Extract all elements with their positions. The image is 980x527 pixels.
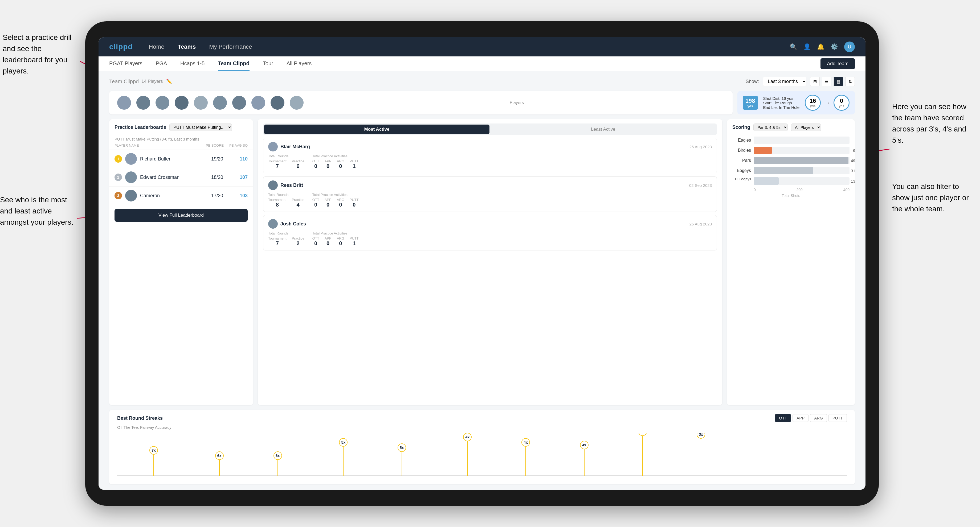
filter-view-btn[interactable]: ⇅ (845, 77, 855, 86)
tablet-screen: clippd Home Teams My Performance 🔍 👤 🔔 ⚙… (99, 37, 865, 490)
pac-player-3: Josh Coles (268, 219, 306, 229)
lb-score-2: 18/20 (202, 175, 223, 180)
players-filter-select[interactable]: All Players (791, 124, 821, 131)
chart-row-birdies: Birdies 96 (732, 147, 850, 154)
streak-dot: 5x (398, 443, 406, 452)
subnav-pga[interactable]: PGA (156, 56, 167, 71)
player-avatar-3[interactable] (156, 96, 169, 110)
pac-header-1: Blair McHarg 26 Aug 2023 (268, 142, 712, 151)
player-avatar-8[interactable] (251, 96, 265, 110)
avatar[interactable]: U (844, 41, 855, 52)
nav-home[interactable]: Home (149, 43, 164, 50)
lb-row-2: 2 Edward Crossman 18/20 107 (109, 168, 253, 186)
shot-yds1-label: yds (810, 104, 816, 108)
chart-label-pars: Pars (732, 158, 751, 163)
filter-putt[interactable]: PUTT (829, 414, 847, 422)
chart-val-birdies: 96 (853, 148, 855, 153)
leaderboard-header: Practice Leaderboards PUTT Must Make Put… (109, 119, 253, 134)
nav-teams[interactable]: Teams (178, 43, 196, 50)
chart-bar-birdies (754, 147, 772, 154)
view-icons: ⊞ ☰ ▦ ⇅ (810, 77, 855, 86)
chart-bar-dbogeys (754, 177, 779, 185)
subnav-tour[interactable]: Tour (263, 56, 273, 71)
shot-yds2-label: yds (839, 104, 845, 108)
pac-name-2: Rees Britt (280, 183, 303, 188)
streak-subtitle: Off The Tee, Fairway Accuracy (117, 425, 847, 430)
streak-stem (402, 452, 402, 476)
subnav-all-players[interactable]: All Players (286, 56, 312, 71)
lb-avatar-3 (125, 190, 137, 202)
search-icon[interactable]: 🔍 (790, 43, 797, 50)
leaderboard-panel: Practice Leaderboards PUTT Must Make Put… (109, 119, 253, 405)
pac-activities-group-1: Total Practice Activities OTT 0 APP (312, 154, 359, 169)
chart-val-bogeys: 311 (851, 168, 855, 173)
view-full-leaderboard-button[interactable]: View Full Leaderboard (115, 209, 248, 222)
streak-dot: 4x (463, 433, 472, 441)
chart-val-dbogeys: 131 (851, 179, 855, 183)
chart-bar-wrap-eagles: 3 (754, 137, 850, 144)
edit-team-icon[interactable]: ✏️ (166, 78, 172, 84)
end-lie-label: End Lie: In The Hole (763, 105, 799, 110)
tab-least-active[interactable]: Least Active (490, 125, 716, 134)
player-avatar-4[interactable] (175, 96, 189, 110)
player-avatar-2[interactable] (136, 96, 150, 110)
player-avatar-1[interactable] (117, 96, 131, 110)
pac-stats-2: Total Rounds Tournament 8 Practice (268, 193, 712, 208)
par-filter-select[interactable]: Par 3, 4 & 5s (753, 124, 788, 131)
subnav-hcaps[interactable]: Hcaps 1-5 (180, 56, 205, 71)
activity-card-1: Blair McHarg 26 Aug 2023 Total Rounds To (263, 138, 717, 173)
navbar-links: Home Teams My Performance (149, 43, 790, 50)
pac-name-3: Josh Coles (280, 221, 306, 227)
shot-info: Shot Dist: 16 yds Start Lie: Rough End L… (763, 96, 799, 110)
bell-icon[interactable]: 🔔 (817, 43, 824, 50)
list-view-btn[interactable]: ☰ (822, 77, 831, 86)
activity-card-2: Rees Britt 02 Sep 2023 Total Rounds Tour (263, 176, 717, 212)
streak-dot: 4x (580, 441, 589, 449)
player-avatar-6[interactable] (213, 96, 227, 110)
player-avatar-5[interactable] (194, 96, 208, 110)
streak-stem (467, 441, 468, 476)
chart-x-axis: 0 200 400 (732, 187, 850, 192)
streak-point: 6x (274, 451, 282, 476)
chart-label-eagles: Eagles (732, 138, 751, 143)
shot-dist-badge: 198 yds (743, 96, 758, 110)
grid-view-btn[interactable]: ⊞ (810, 77, 820, 86)
pac-activities-group-2: Total Practice Activities OTT0 APP0 ARG0… (312, 193, 359, 208)
subnav: PGAT Players PGA Hcaps 1-5 Team Clippd T… (99, 56, 865, 71)
card-view-btn[interactable]: ▦ (834, 77, 843, 86)
filter-ott[interactable]: OTT (775, 414, 791, 422)
streak-point: 4x (580, 441, 589, 476)
team-player-count: 14 Players (142, 79, 163, 84)
filter-app[interactable]: APP (792, 414, 808, 422)
annotation-right-1: Here you can see how the team have score… (892, 101, 977, 146)
pac-practice-1: Practice 6 (292, 159, 304, 169)
lb-columns: PLAYER NAME PB SCORE PB AVG SQ (109, 141, 253, 149)
leaderboard-title: Practice Leaderboards (115, 125, 166, 130)
person-icon[interactable]: 👤 (803, 43, 811, 50)
chart-row-eagles: Eagles 3 (732, 137, 850, 144)
filter-arg[interactable]: ARG (810, 414, 827, 422)
settings-icon[interactable]: ⚙️ (830, 43, 838, 50)
subnav-pgat[interactable]: PGAT Players (109, 56, 142, 71)
tab-most-active[interactable]: Most Active (264, 125, 490, 134)
pac-rounds-row-1: Tournament 7 Practice 6 (268, 159, 304, 169)
shot-arrow-icon: → (824, 99, 830, 106)
player-avatar-10[interactable] (290, 96, 304, 110)
streak-point: 5x (339, 438, 347, 476)
player-avatar-7[interactable] (232, 96, 246, 110)
lb-score-1: 19/20 (202, 156, 223, 162)
streak-point: 6x (215, 451, 224, 476)
navbar-icons: 🔍 👤 🔔 ⚙️ U (790, 41, 855, 52)
streak-stem (219, 460, 220, 476)
lb-name-2: Edward Crossman (140, 175, 199, 180)
show-period-select[interactable]: Last 3 months Last 6 months Last year (763, 77, 807, 86)
pac-player-1: Blair McHarg (268, 142, 310, 151)
drill-select[interactable]: PUTT Must Make Putting... (169, 124, 232, 131)
nav-my-performance[interactable]: My Performance (209, 43, 252, 50)
shot-circle-2: 0 yds (834, 95, 850, 111)
chart-label-bogeys: Bogeys (732, 168, 751, 173)
add-team-button[interactable]: Add Team (821, 58, 855, 69)
shot-circles: 16 yds → 0 yds (805, 95, 850, 111)
subnav-team-clippd[interactable]: Team Clippd (218, 56, 250, 71)
player-avatar-9[interactable] (270, 96, 285, 110)
